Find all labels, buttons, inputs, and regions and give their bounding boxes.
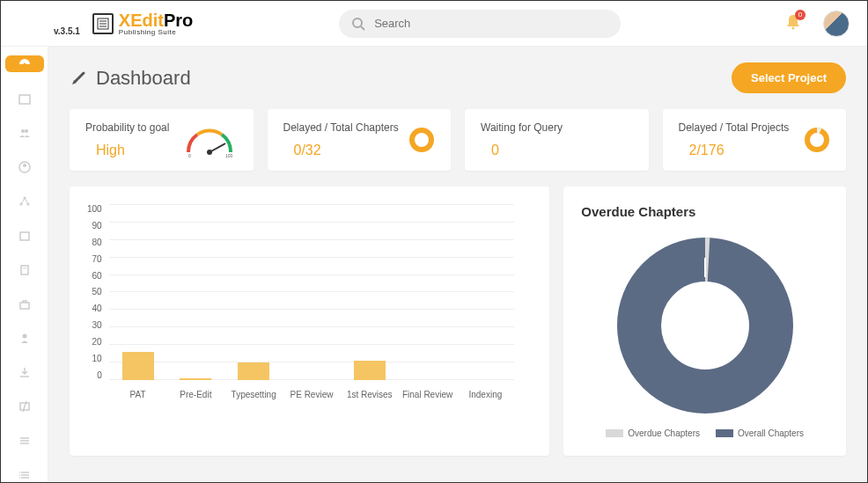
svg-rect-8 — [19, 95, 30, 104]
x-axis-label: Final Review — [401, 390, 454, 399]
svg-point-7 — [23, 62, 26, 65]
x-axis-label: 1st Revises — [343, 390, 396, 399]
svg-line-16 — [21, 198, 25, 204]
card-value: High — [85, 143, 169, 158]
chart-title: Overdue Chapters — [581, 204, 828, 219]
svg-point-6 — [792, 26, 795, 29]
page-title: Dashboard — [96, 67, 191, 90]
card-title: Delayed / Total Projects — [679, 121, 790, 134]
x-axis-label: Pre-Edit — [169, 390, 222, 399]
logo[interactable]: v.3.5.1 XEditPro Publishing Suite — [54, 11, 193, 36]
sidebar-item-9[interactable] — [9, 365, 40, 380]
chart-legend: Overdue Chapters Overall Chapters — [606, 428, 804, 438]
svg-point-12 — [23, 164, 26, 167]
sidebar-item-1[interactable] — [9, 91, 40, 106]
svg-rect-18 — [20, 232, 29, 240]
content: Dashboard Select Project Probability to … — [48, 47, 867, 482]
page-header: Dashboard Select Project — [70, 62, 846, 93]
brush-icon — [70, 70, 87, 87]
bar — [180, 378, 211, 380]
search-input[interactable] — [339, 10, 621, 38]
svg-point-10 — [25, 129, 28, 133]
version-text: v.3.5.1 — [54, 26, 80, 36]
card-value: 2/176 — [679, 143, 790, 158]
notification-badge: 0 — [795, 10, 805, 20]
legend-item: Overdue Chapters — [606, 428, 700, 438]
svg-point-42 — [807, 130, 827, 150]
sidebar — [1, 47, 48, 482]
x-axis-label: Indexing — [459, 390, 511, 399]
donut-icon — [804, 127, 830, 153]
sidebar-item-8[interactable] — [9, 331, 40, 346]
logo-text: XEditPro Publishing Suite — [119, 11, 193, 36]
card-title: Probability to goal — [85, 121, 169, 134]
donut-chart-panel: Overdue Chapters Overdue Chapters Overal… — [563, 187, 846, 456]
legend-item: Overall Chapters — [716, 428, 804, 438]
sidebar-item-7[interactable] — [9, 296, 40, 311]
sidebar-item-dashboard[interactable] — [5, 55, 44, 72]
svg-line-38 — [210, 143, 225, 152]
svg-point-34 — [18, 474, 20, 476]
bar — [354, 361, 386, 380]
svg-rect-21 — [20, 303, 29, 309]
card-value: 0 — [481, 143, 563, 158]
card-probability: Probability to goal High 0 100 — [70, 109, 254, 171]
y-axis: 1009080706050403020100 — [87, 204, 109, 380]
logo-icon — [92, 13, 114, 34]
sidebar-item-10[interactable] — [9, 399, 40, 414]
svg-point-9 — [21, 129, 25, 133]
charts-row: 1009080706050403020100 PATPre-EditTypese… — [70, 187, 846, 456]
sidebar-item-11[interactable] — [9, 433, 40, 448]
svg-point-4 — [353, 18, 362, 27]
x-axis-label: Typesetting — [227, 390, 280, 399]
card-value: 0/32 — [283, 143, 399, 158]
card-delayed-chapters: Delayed / Total Chapters 0/32 — [268, 109, 452, 171]
bar — [238, 362, 269, 380]
svg-point-43 — [639, 260, 771, 392]
donut-chart — [613, 233, 798, 418]
notifications-button[interactable]: 0 — [784, 13, 802, 34]
page-title-wrap: Dashboard — [70, 67, 191, 90]
x-axis-label: PE Review — [285, 390, 338, 399]
card-waiting-query: Waiting for Query 0 — [465, 109, 649, 171]
sidebar-item-6[interactable] — [9, 262, 40, 277]
bar — [122, 352, 154, 380]
donut-icon — [408, 127, 435, 153]
svg-text:0: 0 — [188, 153, 191, 157]
card-title: Delayed / Total Chapters — [283, 121, 399, 134]
bar-chart: 1009080706050403020100 PATPre-EditTypese… — [87, 204, 532, 406]
svg-line-17 — [25, 198, 28, 204]
gauge-icon: 0 100 — [181, 122, 238, 157]
search-icon — [351, 17, 365, 34]
sidebar-item-5[interactable] — [9, 228, 40, 243]
bar-chart-panel: 1009080706050403020100 PATPre-EditTypese… — [70, 187, 549, 456]
svg-line-36 — [76, 73, 84, 81]
svg-point-33 — [18, 472, 20, 473]
cards-row: Probability to goal High 0 100 Delayed /… — [70, 109, 846, 171]
sidebar-item-4[interactable] — [9, 194, 40, 209]
card-delayed-projects: Delayed / Total Projects 2/176 — [663, 109, 847, 171]
select-project-button[interactable]: Select Project — [732, 62, 846, 93]
sidebar-item-3[interactable] — [9, 160, 40, 175]
topbar-right: 0 — [784, 11, 850, 37]
svg-point-22 — [22, 334, 26, 339]
svg-point-41 — [412, 130, 431, 150]
x-axis-label: PAT — [112, 390, 165, 399]
avatar[interactable] — [823, 11, 850, 37]
svg-line-5 — [361, 26, 364, 30]
topbar: v.3.5.1 XEditPro Publishing Suite 0 — [1, 1, 867, 47]
svg-point-35 — [18, 477, 20, 479]
sidebar-item-2[interactable] — [9, 126, 40, 141]
search-wrap — [339, 10, 621, 38]
svg-text:100: 100 — [225, 153, 233, 157]
sidebar-item-12[interactable] — [9, 467, 40, 482]
card-title: Waiting for Query — [481, 121, 563, 134]
svg-rect-19 — [21, 266, 28, 274]
